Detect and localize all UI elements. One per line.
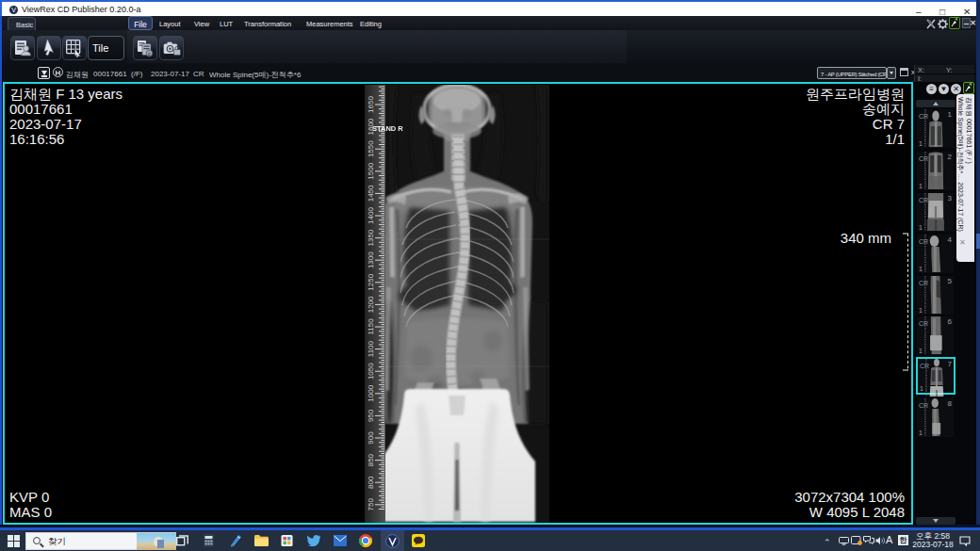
svg-text:1300: 1300 xyxy=(367,251,375,268)
svg-text:850: 850 xyxy=(367,453,375,466)
svg-text:750: 750 xyxy=(367,498,375,511)
svg-text:950: 950 xyxy=(367,409,375,422)
svg-text:1350: 1350 xyxy=(367,229,375,246)
svg-text:1450: 1450 xyxy=(367,185,375,202)
svg-text:1500: 1500 xyxy=(367,162,375,179)
svg-text:STAND R: STAND R xyxy=(372,124,403,133)
svg-text:1000: 1000 xyxy=(367,384,375,401)
svg-text:800: 800 xyxy=(367,476,375,489)
svg-text:1100: 1100 xyxy=(367,340,375,357)
svg-text:1150: 1150 xyxy=(367,318,375,335)
svg-text:1650: 1650 xyxy=(367,96,375,113)
svg-text:1400: 1400 xyxy=(367,207,375,224)
svg-text:900: 900 xyxy=(367,431,375,445)
svg-text:1550: 1550 xyxy=(367,140,375,157)
svg-text:1200: 1200 xyxy=(367,296,375,313)
svg-text:c: c xyxy=(148,51,151,57)
svg-text:1250: 1250 xyxy=(367,273,375,290)
svg-text:1050: 1050 xyxy=(367,363,375,380)
